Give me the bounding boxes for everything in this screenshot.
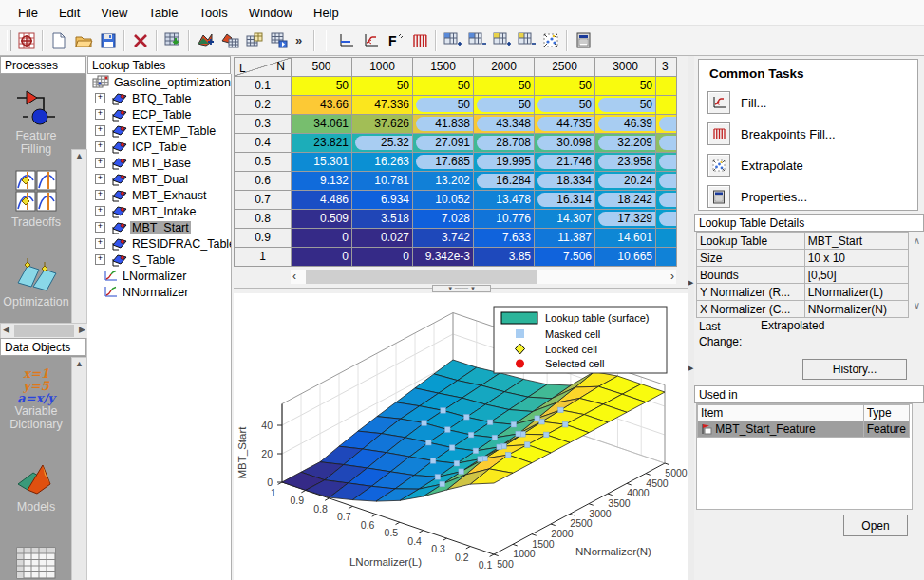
grid-col-header-partial[interactable]: 3	[656, 58, 677, 77]
grid-cell[interactable]: 3.518	[352, 210, 413, 229]
grid-cell-partial[interactable]	[656, 134, 677, 153]
tree-item-nnormalizer[interactable]: NNormalizer	[87, 284, 231, 300]
grid-cell[interactable]: 50	[352, 77, 413, 96]
grid-col-header[interactable]: 500	[292, 58, 352, 77]
grid-cell[interactable]: 28.708	[474, 134, 535, 153]
grid-cell[interactable]: 25.32	[352, 134, 413, 153]
grid-row-header[interactable]: 0.2	[235, 96, 292, 115]
tree-expander-icon[interactable]: +	[95, 158, 105, 168]
grid-cell[interactable]: 23.821	[292, 134, 352, 153]
grid-cell[interactable]: 19.995	[474, 153, 535, 172]
tree-item-extemp_table[interactable]: +EXTEMP_Table	[87, 122, 231, 139]
grid-cell[interactable]: 47.336	[352, 96, 413, 115]
tree-item-ecp_table[interactable]: +ECP_Table	[87, 106, 231, 122]
grid-col-header[interactable]: 1000	[352, 58, 413, 77]
export-table-button[interactable]	[267, 29, 292, 52]
tree-item-lnormalizer[interactable]: LNormalizer	[87, 268, 231, 284]
menu-item-file[interactable]: File	[8, 2, 48, 24]
splitter-collapse-arrow[interactable]: ▶	[688, 279, 693, 287]
details-row[interactable]: X Normalizer (C...NNormalizer(N)	[697, 301, 909, 318]
tree-item-residfrac_table[interactable]: +RESIDFRAC_Table	[87, 235, 231, 252]
grid-cell[interactable]: 50	[474, 96, 535, 115]
grid-cell-partial[interactable]	[656, 248, 677, 267]
grid-cell-partial[interactable]	[656, 191, 677, 210]
grid-row-header[interactable]: 0.8	[235, 210, 292, 229]
new-table-button[interactable]	[217, 29, 242, 52]
grid-cell[interactable]: 50	[413, 77, 474, 96]
tree-item-mbt_intake[interactable]: +MBT_Intake	[87, 203, 231, 219]
grid-row-header[interactable]: 0.6	[235, 172, 292, 191]
tree-expander-icon[interactable]: +	[95, 222, 105, 233]
menu-item-tools[interactable]: Tools	[188, 2, 237, 24]
remove-cols-button[interactable]	[514, 29, 538, 52]
grid-cell[interactable]: 6.934	[352, 191, 413, 210]
grid-row-header[interactable]: 1	[235, 248, 292, 267]
grid-cell[interactable]: 16.284	[474, 172, 535, 191]
tree-expander-icon[interactable]: +	[95, 190, 105, 200]
details-row[interactable]: Bounds[0,50]	[697, 267, 909, 284]
grid-row-header[interactable]: 0.5	[235, 153, 292, 172]
grid-col-header[interactable]: 2500	[535, 58, 595, 77]
grid-cell[interactable]: 14.307	[535, 210, 595, 229]
menu-item-help[interactable]: Help	[303, 2, 349, 24]
grid-cell[interactable]: 30.098	[535, 134, 595, 153]
grid-row-header[interactable]: 0.7	[235, 191, 292, 210]
grid-cell-partial[interactable]	[656, 153, 677, 172]
grid-cell[interactable]: 41.838	[413, 115, 474, 134]
tree-expander-icon[interactable]: +	[95, 238, 105, 249]
tree-expander-icon[interactable]: +	[95, 93, 105, 103]
grid-row-header[interactable]: 0.3	[235, 115, 292, 134]
processes-horizontal-scrollbar[interactable]: ◀ ▶	[0, 323, 88, 339]
splitter-handle[interactable]: ▼ ┄┄┄┄ ▼	[432, 285, 491, 292]
tree-expander-icon[interactable]: +	[95, 174, 105, 184]
grid-cell[interactable]: 50	[413, 96, 474, 115]
grid-col-header[interactable]: 1500	[413, 58, 474, 77]
grid-cell[interactable]: 44.735	[535, 115, 595, 134]
grid-cell-partial[interactable]	[656, 210, 677, 229]
grid-cell-partial[interactable]	[656, 96, 677, 115]
tree-item-mbt_dual[interactable]: +MBT_Dual	[87, 171, 231, 187]
scroll-up-arrow[interactable]: ▲	[72, 150, 86, 162]
grid-cell[interactable]: 20.24	[595, 172, 656, 191]
grid-cell[interactable]: 9.342e-3	[413, 248, 474, 267]
grid-cell[interactable]: 43.66	[292, 96, 352, 115]
new-button[interactable]	[47, 29, 71, 52]
toolbar-overflow-chevron[interactable]: »	[292, 33, 306, 47]
surface-plot-svg[interactable]: 0204010.90.80.70.60.50.40.30.20.15001000…	[234, 293, 688, 580]
scroll-up-arrow[interactable]: ▲	[72, 358, 86, 370]
tree-expander-icon[interactable]: +	[95, 254, 105, 265]
scroll-left-arrow[interactable]: ◀	[3, 324, 9, 336]
delete-button[interactable]	[128, 29, 153, 52]
sidebar-item-tradeoffs[interactable]: Tradeoffs	[2, 169, 70, 229]
grid-cell[interactable]: 10.665	[595, 248, 656, 267]
grid-cell-partial[interactable]	[656, 115, 677, 134]
grid-cell[interactable]: 17.685	[413, 153, 474, 172]
menu-item-edit[interactable]: Edit	[48, 2, 90, 24]
tree-item-mbt_exhaust[interactable]: +MBT_Exhaust	[87, 187, 231, 203]
details-row[interactable]: Size10 x 10	[697, 250, 909, 267]
grid-cell[interactable]: 10.781	[352, 172, 413, 191]
grid-cell[interactable]: 7.633	[474, 229, 535, 248]
grid-horizontal-scrollbar[interactable]: ‹ ›	[291, 270, 676, 284]
grid-col-header[interactable]: 2000	[474, 58, 535, 77]
menu-item-window[interactable]: Window	[238, 2, 303, 24]
tree-expander-icon[interactable]: +	[95, 206, 105, 216]
history-button[interactable]: History...	[802, 359, 907, 380]
grid-cell[interactable]: 4.486	[292, 191, 352, 210]
task-fill[interactable]: Fill...	[707, 91, 917, 114]
grid-cell[interactable]: 17.329	[595, 210, 656, 229]
scroll-thumb[interactable]	[14, 325, 74, 337]
feature-fill-button[interactable]: F	[383, 29, 407, 52]
grid-cell[interactable]: 23.958	[595, 153, 656, 172]
tree-item-icp_table[interactable]: +ICP_Table	[87, 139, 231, 155]
center-right-splitter[interactable]: ▶ ▶	[688, 56, 694, 580]
fill-table-button[interactable]	[358, 29, 383, 52]
grid-cell-partial[interactable]	[656, 172, 677, 191]
grid-cell[interactable]: 21.746	[535, 153, 595, 172]
scroll-left-arrow[interactable]: ‹	[292, 271, 296, 283]
details-row[interactable]: Y Normalizer (R...LNormalizer(L)	[697, 284, 909, 301]
grid-cell[interactable]: 27.091	[413, 134, 474, 153]
grid-cell[interactable]: 50	[292, 77, 352, 96]
scroll-right-arrow[interactable]: ›	[670, 271, 674, 283]
grid-cell[interactable]: 0	[352, 248, 413, 267]
